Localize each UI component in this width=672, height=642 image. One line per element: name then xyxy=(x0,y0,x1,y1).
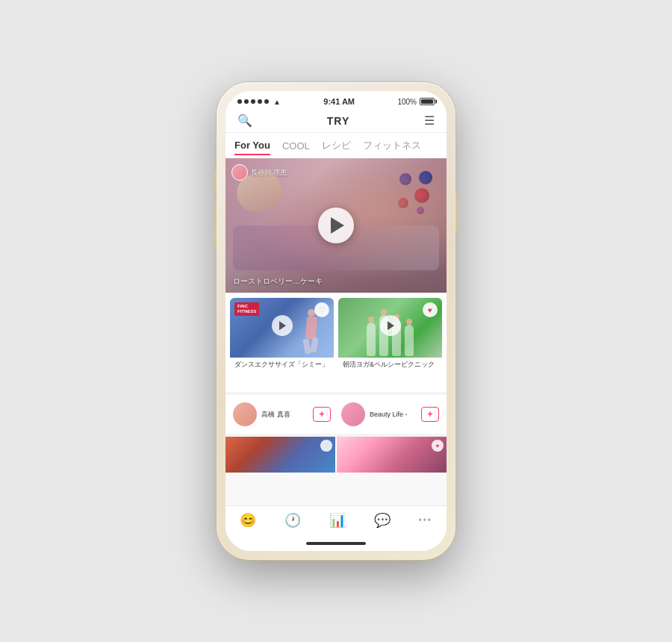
fitness-logo: FiNCFITNESS xyxy=(234,302,259,316)
card-heart-dance[interactable]: ♡ xyxy=(314,302,329,317)
status-right: 100% xyxy=(397,98,435,106)
grid-card-dance[interactable]: FiNCFITNESS ♡ xyxy=(230,298,334,387)
hero-user-name: 長谷川 理恵 xyxy=(251,168,287,178)
user-name-beauty: Beauty Life - xyxy=(370,411,417,418)
user-card-beauty: Beauty Life - + xyxy=(338,399,442,429)
status-left: ▲ xyxy=(237,98,281,106)
signal-dot-1 xyxy=(237,99,242,104)
thumb-heart-left[interactable]: ♡ xyxy=(320,440,332,452)
thumbnail-right[interactable]: ♥ xyxy=(337,437,447,473)
play-icon xyxy=(279,321,286,330)
chart-icon: 📊 xyxy=(329,512,346,529)
clock-icon: 🕐 xyxy=(284,512,301,529)
user-info-beauty: Beauty Life - xyxy=(370,411,417,418)
tab-fitness[interactable]: フィットネス xyxy=(363,139,421,155)
hero-play-button[interactable] xyxy=(318,208,354,243)
grid-section: FiNCFITNESS ♡ xyxy=(225,293,447,392)
status-bar: ▲ 9:41 AM 100% xyxy=(225,91,447,109)
user-card-takahashi: 高橋 真喜 + xyxy=(230,399,334,429)
bottom-nav-home[interactable]: 😊 xyxy=(240,512,256,529)
thumbnail-left[interactable]: ♡ xyxy=(225,437,335,473)
card-play-dance[interactable] xyxy=(272,315,293,336)
hero-user-badge: 長谷川 理恵 xyxy=(231,164,287,181)
card-title-dance: ダンスエクササイズ「シミー」 xyxy=(234,361,329,370)
avatar-takahashi xyxy=(233,402,257,426)
phone-screen: ▲ 9:41 AM 100% 🔍 TRY ☰ For You COOL レシピ xyxy=(225,91,447,551)
user-info-takahashi: 高橋 真喜 xyxy=(261,410,308,420)
menu-icon[interactable]: ☰ xyxy=(424,113,435,128)
wifi-icon: ▲ xyxy=(273,98,281,106)
hero-caption: ローストロベリー…ケーキ xyxy=(233,276,323,287)
tab-cool[interactable]: COOL xyxy=(282,140,310,155)
thumbnail-row: ♡ ♥ xyxy=(225,434,447,473)
more-icon: ••• xyxy=(418,515,432,526)
card-info-yoga: 朝活ヨガ&ペルシービクニック xyxy=(338,358,442,387)
battery-percent: 100% xyxy=(397,98,417,106)
user-name-takahashi: 高橋 真喜 xyxy=(261,410,308,420)
home-bar xyxy=(306,542,366,545)
bottom-nav-chat[interactable]: 💬 xyxy=(374,512,391,529)
play-triangle-icon xyxy=(331,217,344,234)
signal-dot-4 xyxy=(258,99,262,104)
card-title-yoga: 朝活ヨガ&ペルシービクニック xyxy=(343,361,438,370)
signal-dot-3 xyxy=(251,99,255,104)
navigation-bar: 🔍 TRY ☰ xyxy=(225,109,447,133)
card-info-dance: ダンスエクササイズ「シミー」 xyxy=(230,358,334,387)
tab-for-you[interactable]: For You xyxy=(234,140,270,155)
phone-device: ▲ 9:41 AM 100% 🔍 TRY ☰ For You COOL レシピ xyxy=(217,82,455,560)
status-time: 9:41 AM xyxy=(323,97,355,106)
avatar-beauty xyxy=(341,402,365,426)
thumb-heart-right[interactable]: ♥ xyxy=(432,440,444,452)
nav-title: TRY xyxy=(327,115,349,127)
card-heart-yoga[interactable]: ♥ xyxy=(423,302,438,317)
user-row: 高橋 真喜 + Beauty Life - + xyxy=(225,392,447,434)
content-area: 長谷川 理恵 ローストロベリー…ケーキ FiNCFITNESS xyxy=(225,158,447,505)
follow-button-beauty[interactable]: + xyxy=(421,407,439,422)
play-icon-yoga xyxy=(388,321,394,330)
signal-dot-2 xyxy=(244,99,249,104)
card-play-yoga[interactable] xyxy=(380,315,401,336)
follow-button-takahashi[interactable]: + xyxy=(313,407,331,422)
bottom-navigation: 😊 🕐 📊 💬 ••• xyxy=(225,505,447,536)
signal-dot-5 xyxy=(264,99,269,104)
grid-card-yoga[interactable]: ♥ 朝活ヨガ&ペルシービクニック xyxy=(338,298,442,387)
battery-icon xyxy=(420,98,435,105)
hero-user-avatar xyxy=(231,164,248,181)
tab-recipe[interactable]: レシピ xyxy=(322,139,351,155)
bottom-nav-more[interactable]: ••• xyxy=(418,515,432,526)
tab-bar: For You COOL レシピ フィットネス xyxy=(225,133,447,158)
search-icon[interactable]: 🔍 xyxy=(237,113,252,128)
bottom-nav-history[interactable]: 🕐 xyxy=(284,512,301,529)
home-indicator xyxy=(225,536,447,551)
hero-video[interactable]: 長谷川 理恵 ローストロベリー…ケーキ xyxy=(225,158,447,293)
bottom-nav-stats[interactable]: 📊 xyxy=(329,512,346,529)
chat-icon: 💬 xyxy=(374,512,391,529)
home-icon: 😊 xyxy=(240,512,256,529)
